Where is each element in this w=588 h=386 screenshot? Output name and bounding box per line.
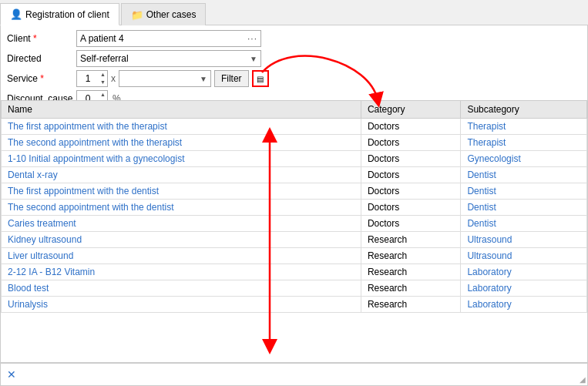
table-cell-subcategory: Laboratory (461, 297, 587, 313)
table-cell-subcategory: Laboratory (461, 280, 587, 297)
directed-label: Directed (7, 53, 76, 64)
spinner-down-arrow[interactable]: ▼ (99, 79, 107, 86)
service-controls: 1 ▲ ▼ x ▼ Filter ▤ (76, 70, 269, 87)
table-cell-subcategory: Dentist (461, 167, 587, 183)
table-cell-subcategory: Dentist (461, 216, 587, 232)
directed-select[interactable]: Self-referral ▼ (76, 50, 261, 67)
table-cell-category: Doctors (361, 216, 460, 232)
table-row[interactable]: 1-10 Initial appointment with a gynecolo… (2, 151, 587, 167)
table-row[interactable]: Kidney ultrasoundResearchUltrasound (2, 232, 587, 248)
x-close-button[interactable]: ✕ (7, 368, 16, 381)
table-row[interactable]: The first appointment with the therapist… (2, 119, 587, 135)
table-cell-category: Doctors (361, 151, 460, 167)
table-cell-name[interactable]: The second appointment with the dentist (2, 200, 361, 216)
table-cell-category: Research (361, 264, 460, 280)
tab-other-cases[interactable]: 📁 Other cases (121, 3, 207, 25)
col-header-name: Name (2, 101, 361, 119)
table-row[interactable]: Blood testResearchLaboratory (2, 280, 587, 297)
folder-icon: 📁 (131, 9, 143, 21)
table-cell-name[interactable]: Dental x-ray (2, 167, 361, 183)
table-row[interactable]: UrinalysisResearchLaboratory (2, 297, 587, 313)
table-cell-subcategory: Ultrasound (461, 232, 587, 248)
table-row[interactable]: Dental x-rayDoctorsDentist (2, 167, 587, 183)
client-row: Client * A patient 4 ··· (7, 30, 581, 47)
table-cell-subcategory: Therapist (461, 119, 587, 135)
table-cell-subcategory: Ultrasound (461, 248, 587, 264)
table-cell-name[interactable]: Kidney ultrasound (2, 232, 361, 248)
filter-icon-box[interactable]: ▤ (252, 70, 269, 87)
table-cell-subcategory: Gynecologist (461, 151, 587, 167)
table-cell-category: Doctors (361, 135, 460, 151)
table-cell-subcategory: Dentist (461, 183, 587, 200)
service-row: Service * 1 ▲ ▼ x ▼ Filter ▤ (7, 70, 581, 87)
table-row[interactable]: The first appointment with the dentistDo… (2, 183, 587, 200)
table-body: The first appointment with the therapist… (2, 119, 587, 313)
bottom-bar: ✕ ◢ (0, 363, 588, 386)
person-icon: 👤 (10, 8, 22, 20)
service-dropdown[interactable]: ▼ (119, 70, 211, 87)
filter-icon: ▤ (257, 75, 264, 83)
table-cell-name[interactable]: 2-12 IA - B12 Vitamin (2, 264, 361, 280)
table-cell-category: Research (361, 280, 460, 297)
table-row[interactable]: The second appointment with the dentistD… (2, 200, 587, 216)
client-input[interactable]: A patient 4 ··· (76, 30, 261, 47)
client-dots-button[interactable]: ··· (247, 33, 257, 44)
tab-registration-label: Registration of client (25, 9, 109, 20)
service-table-container: Name Category Subcategory The first appo… (0, 100, 588, 363)
table-cell-subcategory: Therapist (461, 135, 587, 151)
service-chevron-icon: ▼ (200, 75, 207, 83)
table-cell-category: Doctors (361, 183, 460, 200)
table-cell-name[interactable]: Liver ultrasound (2, 248, 361, 264)
service-table: Name Category Subcategory The first appo… (1, 100, 587, 313)
table-cell-subcategory: Dentist (461, 200, 587, 216)
filter-button[interactable]: Filter (214, 70, 249, 87)
service-label: Service * (7, 73, 76, 84)
table-cell-category: Research (361, 248, 460, 264)
table-cell-name[interactable]: Blood test (2, 280, 361, 297)
chevron-down-icon: ▼ (250, 55, 257, 63)
multiply-label: x (111, 73, 116, 84)
table-cell-category: Doctors (361, 119, 460, 135)
table-cell-category: Research (361, 232, 460, 248)
directed-row: Directed Self-referral ▼ (7, 50, 581, 67)
table-cell-name[interactable]: 1-10 Initial appointment with a gynecolo… (2, 151, 361, 167)
tab-registration[interactable]: 👤 Registration of client (0, 3, 119, 25)
table-row[interactable]: The second appointment with the therapis… (2, 135, 587, 151)
col-header-category: Category (361, 101, 460, 119)
discount-spinner-up[interactable]: ▲ (99, 91, 107, 99)
table-cell-subcategory: Laboratory (461, 264, 587, 280)
client-label: Client * (7, 33, 76, 44)
table-header-row: Name Category Subcategory (2, 101, 587, 119)
table-cell-name[interactable]: The second appointment with the therapis… (2, 135, 361, 151)
table-cell-category: Research (361, 297, 460, 313)
tab-other-cases-label: Other cases (146, 9, 197, 20)
table-row[interactable]: Liver ultrasoundResearchUltrasound (2, 248, 587, 264)
table-row[interactable]: 2-12 IA - B12 VitaminResearchLaboratory (2, 264, 587, 280)
spinner-up-arrow[interactable]: ▲ (99, 71, 107, 79)
table-cell-name[interactable]: Caries treatment (2, 216, 361, 232)
resize-handle[interactable]: ◢ (580, 375, 586, 384)
col-header-subcategory: Subcategory (461, 101, 587, 119)
service-quantity-spinner[interactable]: 1 ▲ ▼ (76, 70, 108, 87)
table-cell-name[interactable]: The first appointment with the therapist (2, 119, 361, 135)
table-cell-name[interactable]: The first appointment with the dentist (2, 183, 361, 200)
tab-bar: 👤 Registration of client 📁 Other cases (0, 0, 588, 25)
table-cell-category: Doctors (361, 167, 460, 183)
table-cell-name[interactable]: Urinalysis (2, 297, 361, 313)
table-row[interactable]: Caries treatmentDoctorsDentist (2, 216, 587, 232)
table-cell-category: Doctors (361, 200, 460, 216)
